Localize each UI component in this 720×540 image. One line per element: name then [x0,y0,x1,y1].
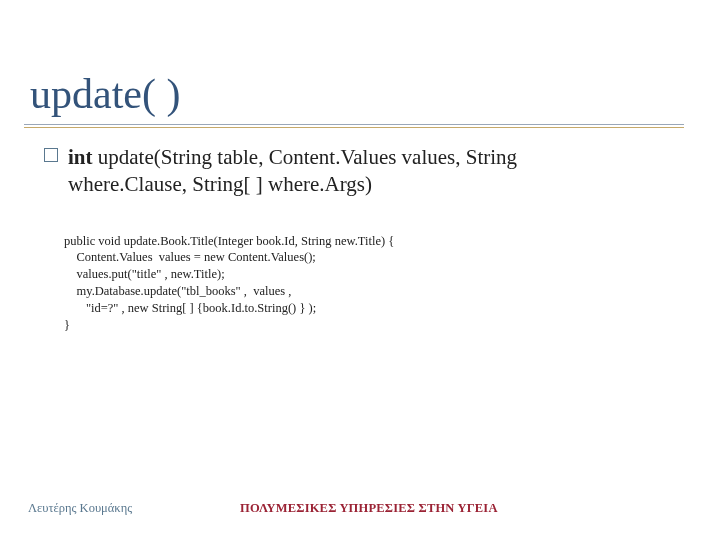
signature-keyword: int [68,145,93,169]
signature-line2: where.Clause, String[ ] where.Args) [68,172,372,196]
code-block: public void update.Book.Title(Integer bo… [24,233,684,334]
page-title: update( ) [24,70,684,118]
footer: Λευτέρης Κουμάκης ΠΟΛΥΜΕΣΙΚΕΣ ΥΠΗΡΕΣΙΕΣ … [0,501,720,516]
footer-author: Λευτέρης Κουμάκης [0,501,132,516]
footer-subject: ΠΟΛΥΜΕΣΙΚΕΣ ΥΠΗΡΕΣΙΕΣ ΣΤΗΝ ΥΓΕΙΑ [240,501,498,516]
method-signature: int update(String table, Content.Values … [24,144,684,199]
signature-line1: update(String table, Content.Values valu… [93,145,518,169]
title-underline [24,124,684,126]
signature-text: int update(String table, Content.Values … [68,144,517,199]
slide: update( ) int update(String table, Conte… [0,0,720,540]
bullet-icon [44,148,58,162]
